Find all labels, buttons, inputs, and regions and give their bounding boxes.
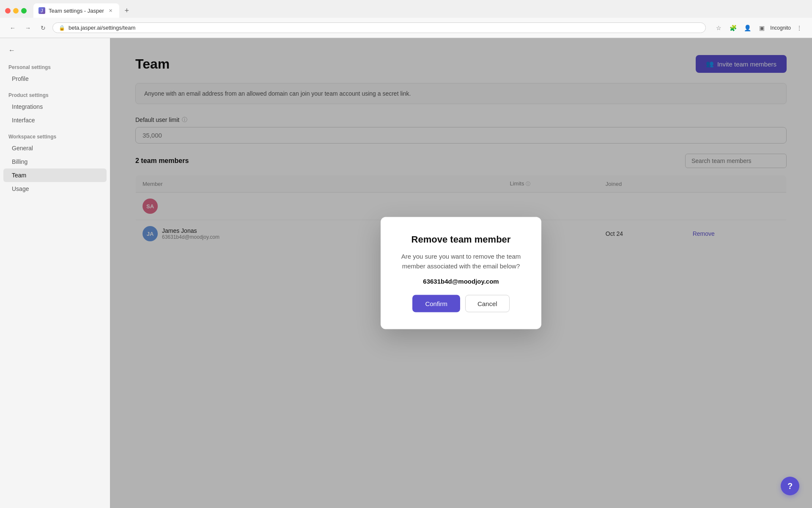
app-layout: ← Personal settings Profile Product sett… [0,38,812,508]
lock-icon: 🔒 [59,25,65,31]
new-tab-button[interactable]: + [121,5,133,17]
tab-title: Team settings - Jasper [49,8,104,14]
sidebar-item-profile[interactable]: Profile [3,72,107,86]
maximize-window-button[interactable] [21,8,27,14]
profile-icon[interactable]: 👤 [741,22,753,34]
product-settings-label: Product settings [0,89,110,100]
back-button[interactable]: ← [7,22,19,34]
cancel-button[interactable]: Cancel [465,295,510,312]
nav-right-icons: ☆ 🧩 👤 ▣ Incognito ⋮ [713,22,805,34]
workspace-settings-section: Workspace settings General Billing Team … [0,130,110,196]
sidebar-back-button[interactable]: ← [0,47,110,61]
minimize-window-button[interactable] [13,8,19,14]
sidebar: ← Personal settings Profile Product sett… [0,38,110,508]
modal-email: 63631b4d@moodjoy.com [396,278,526,285]
bookmark-icon[interactable]: ☆ [713,22,724,34]
address-bar[interactable]: 🔒 beta.jasper.ai/settings/team [52,22,706,33]
main-content: Team 👥 Invite team members Anyone with a… [110,38,812,508]
product-settings-section: Product settings Integrations Interface [0,89,110,127]
modal-actions: Confirm Cancel [396,295,526,312]
sidebar-item-integrations[interactable]: Integrations [3,100,107,113]
sidebar-item-usage[interactable]: Usage [3,182,107,196]
url-display: beta.jasper.ai/settings/team [69,25,135,31]
incognito-label: Incognito [770,25,791,31]
traffic-lights [5,8,27,14]
remove-member-modal: Remove team member Are you sure you want… [381,217,541,329]
confirm-button[interactable]: Confirm [412,295,460,312]
active-tab[interactable]: J Team settings - Jasper ✕ [33,3,119,18]
modal-body: Are you sure you want to remove the team… [396,252,526,271]
sidebar-item-billing[interactable]: Billing [3,155,107,168]
sidebar-toggle-icon[interactable]: ▣ [756,22,768,34]
sidebar-item-general[interactable]: General [3,141,107,155]
nav-bar: ← → ↻ 🔒 beta.jasper.ai/settings/team ☆ 🧩… [0,18,812,38]
browser-chrome: J Team settings - Jasper ✕ + ← → ↻ 🔒 bet… [0,0,812,38]
tab-bar: J Team settings - Jasper ✕ + [0,0,812,18]
sidebar-item-interface[interactable]: Interface [3,113,107,127]
extensions-icon[interactable]: 🧩 [727,22,739,34]
menu-icon[interactable]: ⋮ [793,22,805,34]
personal-settings-section: Personal settings Profile [0,61,110,86]
refresh-button[interactable]: ↻ [37,22,49,34]
modal-title: Remove team member [396,234,526,245]
close-window-button[interactable] [5,8,11,14]
tab-favicon: J [38,7,45,14]
incognito-badge: Incognito [770,25,791,31]
sidebar-item-team[interactable]: Team [3,168,107,182]
workspace-settings-label: Workspace settings [0,130,110,141]
help-button[interactable]: ? [781,477,799,495]
personal-settings-label: Personal settings [0,61,110,72]
tab-close-button[interactable]: ✕ [107,7,114,14]
forward-button[interactable]: → [22,22,34,34]
